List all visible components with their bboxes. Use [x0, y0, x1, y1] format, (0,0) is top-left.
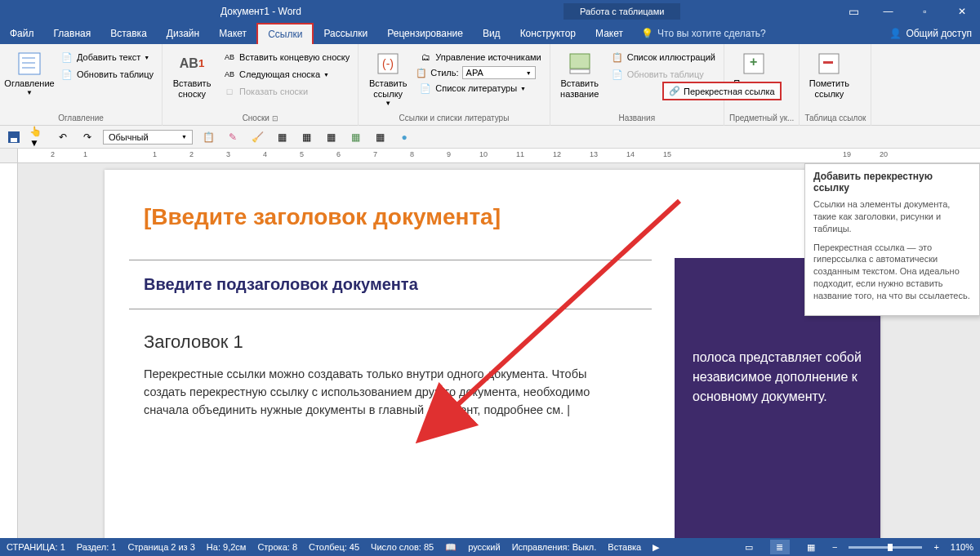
- dialog-launcher-icon[interactable]: ⊡: [272, 114, 278, 122]
- view-read-button[interactable]: ▭: [739, 540, 759, 554]
- tooltip-p2: Перекрестная ссылка — это гиперссылка с …: [813, 242, 971, 302]
- toc-button[interactable]: Оглавление ▼: [5, 49, 54, 99]
- tab-insert[interactable]: Вставка: [100, 23, 157, 44]
- tab-layout[interactable]: Макет: [209, 23, 256, 44]
- citation-style-select[interactable]: APA▼: [462, 66, 536, 79]
- status-page[interactable]: СТРАНИЦА: 1: [7, 542, 65, 552]
- view-web-button[interactable]: ▦: [801, 540, 821, 554]
- qat-btn-4[interactable]: ▦: [273, 128, 291, 146]
- tab-mailings[interactable]: Рассылки: [314, 23, 377, 44]
- tab-home[interactable]: Главная: [44, 23, 101, 44]
- tab-view[interactable]: Вид: [473, 23, 510, 44]
- insert-citation-button[interactable]: (-) Вставить ссылку ▼: [363, 49, 412, 109]
- tab-file[interactable]: Файл: [0, 23, 44, 44]
- status-track[interactable]: Исправления: Выкл.: [512, 542, 597, 552]
- page: [Введите заголовок документа] Введите по…: [105, 170, 880, 541]
- status-column[interactable]: Столбец: 45: [309, 542, 359, 552]
- save-button[interactable]: [5, 128, 23, 146]
- qat-btn-7[interactable]: ▦: [346, 128, 364, 146]
- close-button[interactable]: ✕: [943, 0, 980, 23]
- share-button[interactable]: 👤 Общий доступ: [889, 28, 972, 39]
- restore-button[interactable]: ▫: [906, 0, 943, 23]
- tell-me-search[interactable]: 💡 Что вы хотите сделать?: [641, 28, 766, 39]
- update-toc-label: Обновить таблицу: [77, 69, 154, 79]
- status-language[interactable]: русский: [468, 542, 500, 552]
- next-footnote-icon: AB: [223, 68, 236, 81]
- doc-title[interactable]: [Введите заголовок документа]: [144, 204, 501, 230]
- caption-icon: [567, 51, 593, 77]
- qat-btn-6[interactable]: ▦: [322, 128, 340, 146]
- status-insert[interactable]: Вставка: [608, 542, 641, 552]
- status-pages[interactable]: Страница 2 из 3: [127, 542, 194, 552]
- mark-citation-icon: [816, 51, 842, 77]
- status-words[interactable]: Число слов: 85: [371, 542, 434, 552]
- manage-sources-button[interactable]: 🗂Управление источниками: [416, 49, 544, 65]
- tab-table-design[interactable]: Конструктор: [510, 23, 586, 44]
- minimize-button[interactable]: —: [870, 0, 906, 23]
- insert-endnote-label: Вставить концевую сноску: [239, 52, 350, 62]
- page-canvas[interactable]: [Введите заголовок документа] Введите по…: [18, 163, 980, 541]
- macro-icon[interactable]: ▶: [653, 542, 659, 553]
- tab-table-layout[interactable]: Макет: [586, 23, 633, 44]
- ruler-corner: [0, 149, 18, 163]
- status-line[interactable]: Строка: 8: [257, 542, 297, 552]
- doc-heading1[interactable]: Заголовок 1: [144, 331, 243, 353]
- update-toc-button[interactable]: 📄Обновить таблицу: [57, 66, 157, 82]
- insert-caption-button[interactable]: Вставить название: [555, 49, 604, 101]
- zoom-slider[interactable]: [849, 546, 922, 549]
- redo-button[interactable]: ↷: [78, 128, 96, 146]
- qat-btn-8[interactable]: ▦: [371, 128, 389, 146]
- style-icon: 📋: [416, 68, 427, 78]
- qat-btn-5[interactable]: ▦: [297, 128, 315, 146]
- doc-paragraph[interactable]: Перекрестные ссылки можно создавать толь…: [144, 366, 630, 419]
- status-position[interactable]: На: 9,2см: [207, 542, 247, 552]
- footnote-icon: AB1: [179, 51, 205, 77]
- vertical-ruler[interactable]: [0, 163, 18, 541]
- cross-reference-button[interactable]: 🔗 Перекрестная ссылка: [662, 82, 782, 100]
- proofing-icon[interactable]: 📖: [445, 542, 457, 553]
- document-area: [Введите заголовок документа] Введите по…: [0, 163, 980, 541]
- group-footnotes: AB1 Вставить сноску ABВставить концевую …: [163, 44, 359, 126]
- qat-btn-9[interactable]: ●: [395, 128, 413, 146]
- insert-footnote-button[interactable]: AB1 Вставить сноску: [167, 49, 216, 101]
- qat-btn-3[interactable]: 🧹: [248, 128, 266, 146]
- cross-reference-label: Перекрестная ссылка: [684, 87, 775, 96]
- chevron-down-icon: ▼: [181, 134, 187, 140]
- list-fig-icon: 📋: [611, 51, 624, 64]
- svg-rect-7: [570, 69, 590, 73]
- insert-endnote-button[interactable]: ABВставить концевую сноску: [220, 49, 353, 65]
- update-table-label: Обновить таблицу: [627, 69, 704, 79]
- manage-icon: 🗂: [419, 51, 432, 64]
- add-text-button[interactable]: 📄Добавить текст ▼: [57, 49, 157, 65]
- zoom-out-button[interactable]: −: [832, 542, 837, 552]
- doc-subtitle[interactable]: Введите подзаголовок документа: [144, 275, 637, 294]
- tab-references[interactable]: Ссылки: [256, 23, 314, 44]
- group-footnotes-label: Сноски ⊡: [167, 112, 353, 124]
- qat-btn-2[interactable]: ✎: [224, 128, 242, 146]
- toc-label: Оглавление: [4, 78, 54, 89]
- list-figures-button[interactable]: 📋Список иллюстраций: [608, 49, 719, 65]
- chevron-down-icon: ▼: [323, 72, 329, 78]
- view-print-button[interactable]: ≣: [770, 540, 790, 554]
- touch-mode-button[interactable]: 👆▼: [29, 128, 47, 146]
- next-footnote-button[interactable]: ABСледующая сноска ▼: [220, 66, 353, 82]
- mark-citation-label: Пометить ссылку: [806, 78, 852, 100]
- statusbar: СТРАНИЦА: 1 Раздел: 1 Страница 2 из 3 На…: [0, 538, 980, 556]
- contextual-tab-title: Работа с таблицами: [564, 3, 680, 20]
- zoom-level[interactable]: 110%: [951, 542, 973, 552]
- svg-rect-13: [11, 138, 17, 142]
- zoom-thumb[interactable]: [888, 544, 893, 551]
- mark-citation-button[interactable]: Пометить ссылку: [804, 49, 853, 101]
- qat-btn-1[interactable]: 📋: [199, 128, 217, 146]
- ribbon-options-icon[interactable]: ▭: [837, 0, 870, 23]
- undo-button[interactable]: ↶: [54, 128, 72, 146]
- update-icon: 📄: [611, 68, 624, 81]
- status-section[interactable]: Раздел: 1: [77, 542, 117, 552]
- tab-design[interactable]: Дизайн: [157, 23, 209, 44]
- bibliography-button[interactable]: 📄Список литературы ▼: [416, 80, 544, 96]
- show-footnotes-label: Показать сноски: [239, 87, 308, 96]
- zoom-in-button[interactable]: +: [933, 542, 938, 552]
- horizontal-ruler[interactable]: 21 123 456 789 101112 131415 1920: [0, 149, 980, 163]
- tab-review[interactable]: Рецензирование: [377, 23, 473, 44]
- style-selector[interactable]: Обычный▼: [103, 130, 193, 145]
